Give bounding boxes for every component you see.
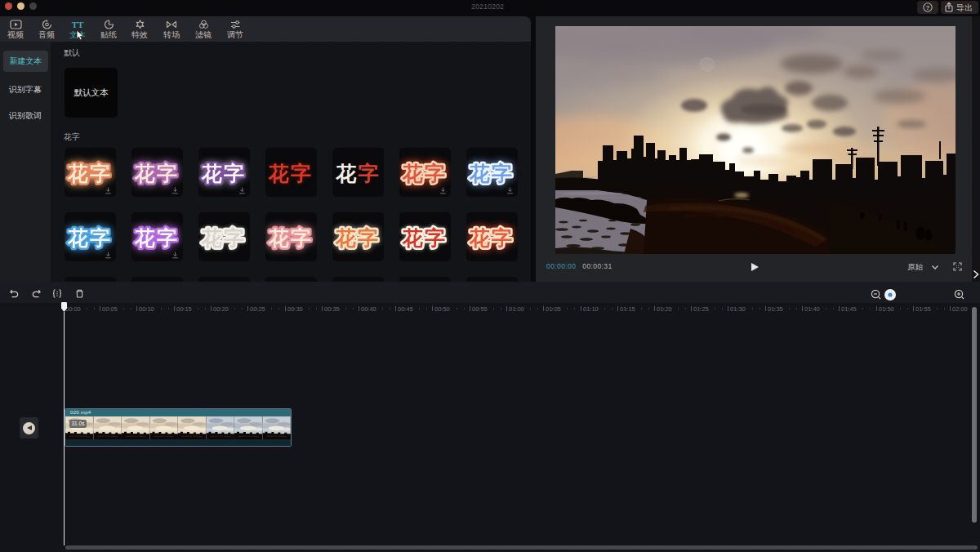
svg-text:花字: 花字 bbox=[67, 226, 112, 249]
svg-text:?: ? bbox=[926, 4, 930, 11]
svg-text:花字: 花字 bbox=[469, 226, 514, 249]
svg-text:花字: 花字 bbox=[201, 226, 246, 249]
svg-text:花字: 花字 bbox=[134, 162, 179, 185]
svg-text:花: 花 bbox=[336, 162, 357, 185]
svg-text:花字: 花字 bbox=[134, 226, 179, 249]
svg-text:花字: 花字 bbox=[268, 226, 313, 249]
svg-text:花字: 花字 bbox=[67, 162, 112, 185]
svg-text:字: 字 bbox=[359, 162, 379, 185]
svg-text:TT: TT bbox=[72, 20, 84, 29]
svg-text:花字: 花字 bbox=[268, 162, 313, 185]
svg-text:花字: 花字 bbox=[335, 226, 380, 249]
svg-text:花字: 花字 bbox=[469, 162, 514, 185]
svg-text:花字: 花字 bbox=[402, 162, 447, 185]
svg-text:花字: 花字 bbox=[201, 162, 246, 185]
svg-text:花字: 花字 bbox=[402, 226, 447, 249]
